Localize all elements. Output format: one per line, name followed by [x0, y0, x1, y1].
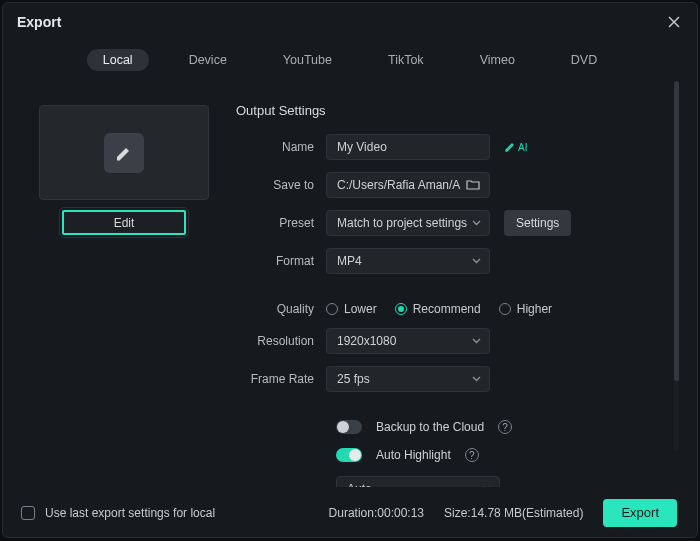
autohighlight-toggle[interactable] — [336, 448, 362, 462]
folder-icon — [466, 179, 480, 191]
radio-icon — [326, 303, 338, 315]
quality-recommend-label: Recommend — [413, 302, 481, 316]
size-info: Size:14.78 MB(Estimated) — [444, 506, 583, 520]
saveto-value: C:/Users/Rafia Aman/AppData — [337, 178, 461, 192]
footer-right: Duration:00:00:13 Size:14.78 MB(Estimate… — [329, 499, 677, 527]
quality-label: Quality — [236, 302, 326, 316]
chevron-down-icon — [472, 338, 481, 344]
saveto-row: Save to C:/Users/Rafia Aman/AppData — [236, 172, 671, 198]
chevron-down-icon — [472, 258, 481, 264]
resolution-value: 1920x1080 — [337, 334, 396, 348]
framerate-row: Frame Rate 25 fps — [236, 366, 671, 392]
autohighlight-label: Auto Highlight — [376, 448, 451, 462]
tabs: Local Device YouTube TikTok Vimeo DVD — [3, 37, 697, 81]
chevron-down-icon — [472, 220, 481, 226]
tab-local[interactable]: Local — [87, 49, 149, 71]
export-dialog: Export Local Device YouTube TikTok Vimeo… — [2, 2, 698, 538]
toggle-knob — [349, 449, 361, 461]
scrollbar-track[interactable] — [674, 81, 679, 451]
pencil-icon — [114, 143, 134, 163]
browse-folder-button[interactable] — [465, 177, 481, 193]
format-row: Format MP4 — [236, 248, 671, 274]
export-button[interactable]: Export — [603, 499, 677, 527]
quality-lower-label: Lower — [344, 302, 377, 316]
radio-icon — [395, 303, 407, 315]
name-label: Name — [236, 140, 326, 154]
scrollbar-thumb[interactable] — [674, 81, 679, 381]
framerate-label: Frame Rate — [236, 372, 326, 386]
saveto-input[interactable]: C:/Users/Rafia Aman/AppData — [326, 172, 490, 198]
pencil-icon-container — [104, 133, 144, 173]
radio-icon — [499, 303, 511, 315]
ai-button[interactable]: AI — [504, 141, 527, 153]
backup-toggle[interactable] — [336, 420, 362, 434]
format-label: Format — [236, 254, 326, 268]
edit-button[interactable]: Edit — [62, 210, 186, 235]
help-icon: ? — [502, 422, 508, 433]
quality-radios: Lower Recommend Higher — [326, 302, 552, 316]
ai-pencil-icon — [504, 141, 516, 153]
duration-info: Duration:00:00:13 — [329, 506, 424, 520]
video-thumbnail[interactable] — [39, 105, 209, 200]
dialog-title: Export — [17, 14, 61, 30]
quality-higher-label: Higher — [517, 302, 552, 316]
backup-help-button[interactable]: ? — [498, 420, 512, 434]
quality-lower-radio[interactable]: Lower — [326, 302, 377, 316]
resolution-row: Resolution 1920x1080 — [236, 328, 671, 354]
tab-dvd[interactable]: DVD — [555, 49, 613, 71]
resolution-label: Resolution — [236, 334, 326, 348]
close-button[interactable] — [665, 13, 683, 31]
use-last-settings-checkbox[interactable] — [21, 506, 35, 520]
autohighlight-row: Auto Highlight ? — [236, 448, 671, 462]
auto-option-row: Auto — [236, 476, 671, 487]
auto-option-select[interactable]: Auto — [336, 476, 500, 487]
settings-panel: Output Settings Name My Video AI Save to… — [226, 81, 679, 487]
name-value: My Video — [337, 140, 387, 154]
format-select[interactable]: MP4 — [326, 248, 490, 274]
quality-recommend-radio[interactable]: Recommend — [395, 302, 481, 316]
saveto-label: Save to — [236, 178, 326, 192]
backup-label: Backup to the Cloud — [376, 420, 484, 434]
quality-row: Quality Lower Recommend Higher — [236, 302, 671, 316]
chevron-down-icon — [482, 486, 491, 487]
format-value: MP4 — [337, 254, 362, 268]
preset-label: Preset — [236, 216, 326, 230]
quality-higher-radio[interactable]: Higher — [499, 302, 552, 316]
resolution-select[interactable]: 1920x1080 — [326, 328, 490, 354]
preset-settings-button[interactable]: Settings — [504, 210, 571, 236]
section-title: Output Settings — [236, 103, 671, 118]
preset-row: Preset Match to project settings Setting… — [236, 210, 671, 236]
footer: Use last export settings for local Durat… — [3, 487, 697, 537]
framerate-value: 25 fps — [337, 372, 370, 386]
titlebar: Export — [3, 3, 697, 37]
tab-device[interactable]: Device — [173, 49, 243, 71]
close-icon — [668, 16, 680, 28]
preset-select[interactable]: Match to project settings — [326, 210, 490, 236]
name-input[interactable]: My Video — [326, 134, 490, 160]
chevron-down-icon — [472, 376, 481, 382]
preset-value: Match to project settings — [337, 216, 467, 230]
help-icon: ? — [469, 450, 475, 461]
ai-label: AI — [518, 142, 527, 153]
dialog-body: Edit Output Settings Name My Video AI Sa… — [3, 81, 697, 487]
toggle-knob — [337, 421, 349, 433]
footer-left: Use last export settings for local — [21, 506, 215, 520]
tab-vimeo[interactable]: Vimeo — [464, 49, 531, 71]
framerate-select[interactable]: 25 fps — [326, 366, 490, 392]
tab-tiktok[interactable]: TikTok — [372, 49, 440, 71]
tab-youtube[interactable]: YouTube — [267, 49, 348, 71]
left-panel: Edit — [21, 81, 226, 487]
backup-row: Backup to the Cloud ? — [236, 420, 671, 434]
use-last-settings-label: Use last export settings for local — [45, 506, 215, 520]
auto-option-value: Auto — [347, 482, 372, 487]
autohighlight-help-button[interactable]: ? — [465, 448, 479, 462]
name-row: Name My Video AI — [236, 134, 671, 160]
